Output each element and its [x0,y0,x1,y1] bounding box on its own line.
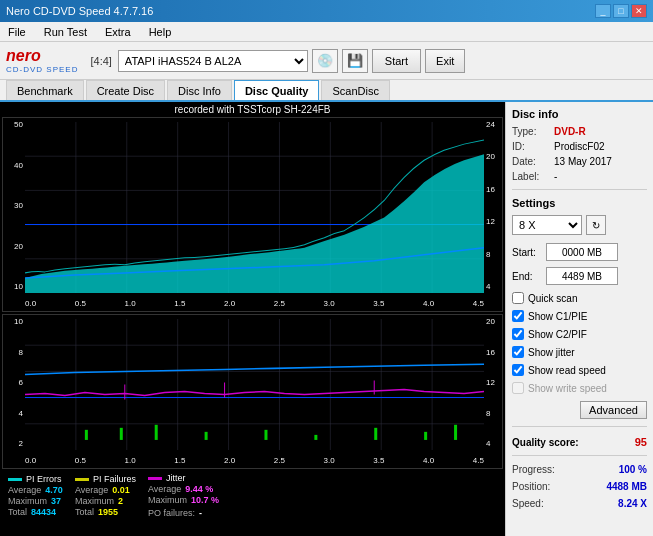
tab-create-disc[interactable]: Create Disc [86,80,165,100]
chart-top: 50 40 30 20 10 24 20 16 12 8 4 [2,117,503,312]
show-write-speed-checkbox[interactable] [512,382,524,394]
disc-date-label: Date: [512,156,550,167]
menu-help[interactable]: Help [145,24,176,40]
disc-label-row: Label: - [512,171,647,182]
close-button[interactable]: ✕ [631,4,647,18]
po-failures-val: - [199,508,202,518]
tab-benchmark[interactable]: Benchmark [6,80,84,100]
disc-id-row: ID: ProdiscF02 [512,141,647,152]
quality-score-value: 95 [635,436,647,448]
show-write-speed-label: Show write speed [528,383,607,394]
pi-errors-total-val: 84434 [31,507,56,517]
legend-pi-failures: PI Failures Average 0.01 Maximum 2 Total… [75,474,136,517]
disc-label-value: - [554,171,557,182]
tab-scan-disc[interactable]: ScanDisc [321,80,389,100]
speed-select[interactable]: 8 X [512,215,582,235]
divider-2 [512,426,647,427]
right-panel: Disc info Type: DVD-R ID: ProdiscF02 Dat… [505,102,653,536]
pi-errors-total-label: Total [8,507,27,517]
maximize-button[interactable]: □ [613,4,629,18]
show-jitter-checkbox[interactable] [512,346,524,358]
pi-errors-max-val: 37 [51,496,61,506]
svg-rect-34 [454,425,457,440]
jitter-max-val: 10.7 % [191,495,219,505]
menu-bar: File Run Test Extra Help [0,22,653,42]
top-chart-inner [25,122,484,293]
minimize-button[interactable]: _ [595,4,611,18]
pi-errors-color [8,478,22,481]
start-mb-input[interactable] [546,243,618,261]
refresh-button[interactable]: ↻ [586,215,606,235]
pi-failures-label: PI Failures [93,474,136,484]
end-mb-row: End: [512,267,647,285]
chart-area: recorded with TSSTcorp SH-224FB 50 40 30… [0,102,505,536]
show-c1-pie-label: Show C1/PIE [528,311,587,322]
end-mb-input[interactable] [546,267,618,285]
menu-file[interactable]: File [4,24,30,40]
nero-logo: nero [6,47,78,65]
quick-scan-checkbox[interactable] [512,292,524,304]
title-bar-buttons: _ □ ✕ [595,4,647,18]
svg-rect-29 [205,432,208,440]
show-read-speed-row: Show read speed [512,364,647,376]
pi-failures-total-val: 1955 [98,507,118,517]
disc-type-label: Type: [512,126,550,137]
menu-run-test[interactable]: Run Test [40,24,91,40]
progress-position-row: Position: 4488 MB [512,481,647,492]
toolbar: nero CD-DVD SPEED [4:4] ATAPI iHAS524 B … [0,42,653,80]
progress-label: Progress: [512,464,555,475]
drive-select[interactable]: ATAPI iHAS524 B AL2A [118,50,308,72]
bottom-y-left: 10 8 6 4 2 [3,315,25,450]
tab-disc-quality[interactable]: Disc Quality [234,80,320,100]
bottom-y-right: 20 16 12 8 4 [484,315,502,450]
show-c1-pie-checkbox[interactable] [512,310,524,322]
pi-failures-color [75,478,89,481]
disc-id-label: ID: [512,141,550,152]
main-content: recorded with TSSTcorp SH-224FB 50 40 30… [0,102,653,536]
bottom-chart-svg [25,319,484,450]
quick-scan-row: Quick scan [512,292,647,304]
top-chart-svg [25,122,484,293]
svg-rect-28 [155,425,158,440]
menu-extra[interactable]: Extra [101,24,135,40]
pi-errors-avg-label: Average [8,485,41,495]
show-c1-pie-row: Show C1/PIE [512,310,647,322]
bottom-x-labels: 0.0 0.5 1.0 1.5 2.0 2.5 3.0 3.5 4.0 4.5 [25,452,484,468]
legend-bar: PI Errors Average 4.70 Maximum 37 Total … [2,469,503,522]
disc-info-title: Disc info [512,108,647,120]
jitter-color [148,477,162,480]
save-icon-button[interactable]: 💾 [342,49,368,73]
speed-logo: CD-DVD SPEED [6,65,78,74]
show-read-speed-checkbox[interactable] [512,364,524,376]
top-x-labels: 0.0 0.5 1.0 1.5 2.0 2.5 3.0 3.5 4.0 4.5 [25,295,484,311]
exit-button[interactable]: Exit [425,49,465,73]
legend-jitter: Jitter Average 9.44 % Maximum 10.7 % PO … [148,473,219,518]
legend-pi-errors: PI Errors Average 4.70 Maximum 37 Total … [8,474,63,517]
bottom-chart-inner [25,319,484,450]
speed-row: 8 X ↻ [512,215,647,235]
svg-rect-26 [85,430,88,440]
jitter-avg-label: Average [148,484,181,494]
disc-type-row: Type: DVD-R [512,126,647,137]
title-bar: Nero CD-DVD Speed 4.7.7.16 _ □ ✕ [0,0,653,22]
quality-score-row: Quality score: 95 [512,436,647,448]
disc-icon-button[interactable]: 💿 [312,49,338,73]
show-read-speed-label: Show read speed [528,365,606,376]
po-failures-label: PO failures: [148,508,195,518]
pi-failures-max-val: 2 [118,496,123,506]
title-bar-title: Nero CD-DVD Speed 4.7.7.16 [6,5,153,17]
start-button[interactable]: Start [372,49,421,73]
progress-speed-row: Speed: 8.24 X [512,498,647,509]
chart-title: recorded with TSSTcorp SH-224FB [2,104,503,115]
position-value: 4488 MB [606,481,647,492]
disc-label-label: Label: [512,171,550,182]
svg-rect-27 [120,428,123,440]
tab-disc-info[interactable]: Disc Info [167,80,232,100]
quick-scan-label: Quick scan [528,293,577,304]
start-mb-label: Start: [512,247,542,258]
pi-errors-avg-val: 4.70 [45,485,63,495]
show-c2-pif-row: Show C2/PIF [512,328,647,340]
advanced-button[interactable]: Advanced [580,401,647,419]
show-c2-pif-checkbox[interactable] [512,328,524,340]
pi-failures-avg-label: Average [75,485,108,495]
